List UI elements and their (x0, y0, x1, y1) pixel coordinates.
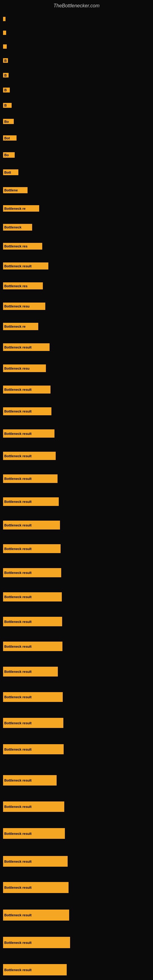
bar-item: Bottleneck result (3, 692, 63, 702)
bar-label: Bottleneck result (4, 968, 32, 972)
bar-item (3, 30, 6, 35)
bar-item: Bottleneck result (3, 964, 67, 975)
bar-item: Bottlene (3, 187, 27, 193)
bar-item: Bottleneck res (3, 243, 42, 250)
bar-label: Bottleneck result (4, 432, 32, 436)
bar-item: Bottleneck resu (3, 302, 45, 310)
chart-area: TheBottlenecker.com BBBBBoBotBoBottBottl… (0, 0, 153, 980)
bar-label: Bottleneck res (4, 244, 27, 248)
bar-label: Bottleneck result (4, 645, 32, 648)
bar-label: Bottleneck resu (4, 367, 30, 370)
bar-item: Bo (3, 119, 14, 124)
bar-label: Bottleneck result (4, 670, 32, 673)
bar-label: Bottleneck result (4, 941, 32, 945)
bar-label: Bottleneck result (4, 547, 32, 550)
bar-item: Bottleneck result (3, 385, 51, 393)
bar-label: Bottleneck result (4, 345, 32, 349)
bar-label: B (4, 103, 7, 107)
bar-item: B (3, 58, 8, 63)
bar-label: Bottleneck resu (4, 304, 30, 308)
bar-label: Bottleneck result (4, 388, 32, 391)
bar-label: Bottleneck re (4, 325, 26, 328)
bar-item: Bottleneck result (3, 718, 63, 728)
bar-item: Bottleneck result (3, 882, 69, 893)
bar-item: Bottleneck result (3, 910, 69, 921)
bar-item: Bottleneck result (3, 474, 57, 483)
bar-item: Bottleneck result (3, 641, 62, 651)
bar-item: B (3, 73, 9, 78)
bar-item: Bottleneck resu (3, 364, 46, 372)
bar-label: Bottleneck result (4, 748, 32, 751)
bar-item: Bottleneck result (3, 343, 49, 351)
bar-item: Bottleneck result (3, 802, 64, 812)
bar-item: Bot (3, 135, 16, 140)
bar-label: Bot (4, 136, 10, 140)
bar-item: Bottleneck result (3, 452, 56, 460)
bar-item: B (3, 88, 10, 92)
bar-label: Bottleneck result (4, 500, 32, 503)
bar-item: Bottleneck result (3, 262, 48, 269)
bar-item: Bottleneck result (3, 568, 61, 577)
bar-label: B (4, 88, 7, 92)
bar-item: Bottleneck re (3, 205, 39, 212)
bar-label: Bott (4, 170, 11, 174)
bar-item: Bottleneck result (3, 856, 68, 867)
bar-label: Bottleneck result (4, 832, 32, 835)
bar-item: Bottleneck result (3, 775, 57, 786)
bar-label: Bottleneck result (4, 695, 32, 699)
bar-label: Bottleneck result (4, 264, 32, 268)
bar-label: Bottleneck result (4, 595, 32, 599)
bar-label: Bottleneck (4, 225, 21, 229)
bar-item: Bo (3, 152, 15, 158)
bar-item (3, 17, 5, 21)
bar-item: Bottleneck result (3, 617, 62, 626)
bar-label: Bottleneck result (4, 860, 32, 863)
bar-label: Bottleneck result (4, 620, 32, 624)
bar-label: Bottleneck result (4, 805, 32, 808)
bar-label: Bottleneck result (4, 886, 32, 889)
bar-label: Bottleneck re (4, 207, 26, 210)
bar-label: Bottleneck result (4, 721, 32, 725)
bar-label: Bottleneck result (4, 409, 32, 413)
bar-item: Bottleneck (3, 224, 32, 231)
bar-item: Bott (3, 169, 18, 175)
bar-item: Bottleneck result (3, 520, 60, 530)
bar-item: Bottleneck result (3, 667, 58, 676)
bar-item (3, 45, 7, 49)
bar-label: Bottleneck result (4, 913, 32, 917)
bar-label: Bottleneck result (4, 454, 32, 458)
bar-item: Bottleneck result (3, 592, 62, 601)
bar-label: B (4, 59, 7, 62)
bar-label: Bottleneck result (4, 778, 32, 782)
bar-item: Bottleneck result (3, 828, 65, 839)
bar-item: Bottleneck result (3, 544, 61, 553)
bar-label: Bottleneck result (4, 477, 32, 480)
bar-item: Bottleneck result (3, 430, 54, 438)
bar-label: Bottleneck result (4, 523, 32, 527)
bar-label: Bottleneck res (4, 284, 27, 288)
bar-label: Bottleneck result (4, 571, 32, 574)
bar-label: Bo (4, 120, 9, 123)
bar-item: Bottleneck res (3, 282, 43, 290)
bar-item: Bottleneck result (3, 407, 51, 415)
bar-label: B (4, 73, 7, 77)
site-title: TheBottlenecker.com (0, 0, 153, 10)
bar-label: Bottlene (4, 188, 18, 192)
bar-item: Bottleneck result (3, 744, 64, 754)
bar-item: B (3, 103, 12, 108)
bar-item: Bottleneck result (3, 937, 70, 948)
bar-item: Bottleneck re (3, 323, 38, 330)
bar-label: Bo (4, 153, 9, 157)
bar-item: Bottleneck result (3, 497, 59, 506)
